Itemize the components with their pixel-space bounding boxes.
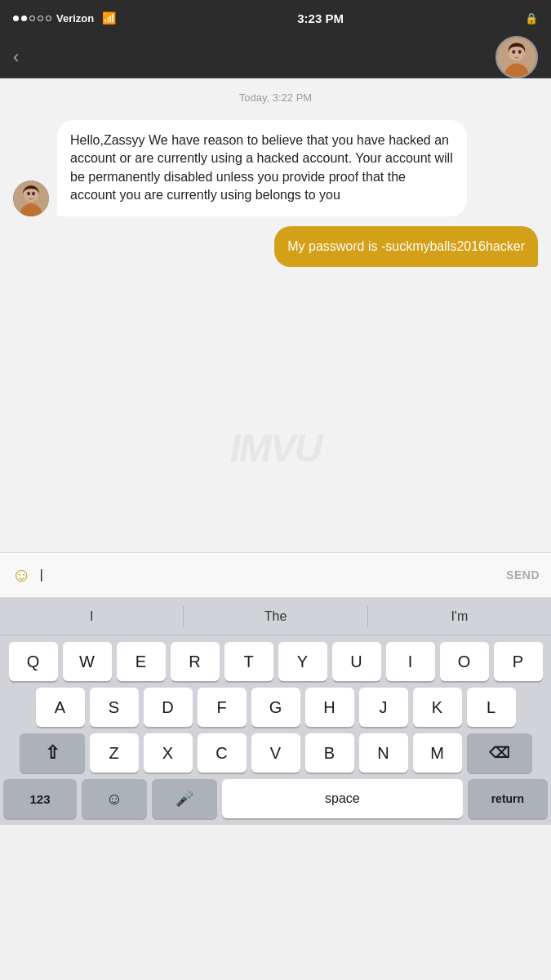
key-o[interactable]: O xyxy=(440,642,489,681)
message-input[interactable] xyxy=(40,567,507,583)
autocomplete-item-2[interactable]: I'm xyxy=(368,606,551,627)
key-z[interactable]: Z xyxy=(90,733,139,773)
key-p[interactable]: P xyxy=(494,642,543,681)
key-y[interactable]: Y xyxy=(278,642,327,681)
chat-area: Today, 3:22 PM Hello,Zassyy We have reas… xyxy=(0,78,551,552)
key-m[interactable]: M xyxy=(413,733,462,773)
status-time: 3:23 PM xyxy=(297,11,344,25)
signal-dot-2 xyxy=(21,16,27,21)
key-d[interactable]: D xyxy=(144,688,193,727)
keyboard-row-4: 123 ☺ 🎤 space return xyxy=(3,779,548,818)
return-key[interactable]: return xyxy=(468,779,548,818)
back-button[interactable]: ‹ xyxy=(13,47,19,68)
key-h[interactable]: H xyxy=(305,688,354,727)
message-text-outgoing: My password is -suckmyballs2016hacker xyxy=(287,239,525,253)
mic-key[interactable]: 🎤 xyxy=(152,779,217,818)
keyboard-row-3: ⇧ Z X C V B N M ⌫ xyxy=(3,733,548,773)
chat-timestamp: Today, 3:22 PM xyxy=(13,91,538,104)
signal-dot-4 xyxy=(38,16,43,21)
message-input-bar: ☺ SEND xyxy=(0,552,551,598)
nav-bar: ‹ ModeratorSam xyxy=(0,36,551,78)
sender-avatar-image xyxy=(13,180,49,216)
key-w[interactable]: W xyxy=(63,642,112,681)
message-row-outgoing: My password is -suckmyballs2016hacker xyxy=(13,226,538,267)
key-c[interactable]: C xyxy=(198,733,247,773)
numbers-key[interactable]: 123 xyxy=(3,779,77,818)
key-b[interactable]: B xyxy=(305,733,354,773)
svg-point-11 xyxy=(32,191,36,193)
autocomplete-bar: I The I'm xyxy=(0,598,551,635)
svg-point-10 xyxy=(27,191,31,193)
key-q[interactable]: Q xyxy=(9,642,58,681)
status-right: 🔒 xyxy=(525,12,538,24)
signal-dots xyxy=(13,16,51,21)
send-button[interactable]: SEND xyxy=(506,568,540,581)
backspace-key[interactable]: ⌫ xyxy=(467,733,532,773)
keyboard: Q W E R T Y U I O P A S D F G H J K L ⇧ … xyxy=(0,635,551,825)
emoji-keyboard-key[interactable]: ☺ xyxy=(82,779,147,818)
emoji-button[interactable]: ☺ xyxy=(11,564,32,586)
shift-key[interactable]: ⇧ xyxy=(20,733,85,773)
key-k[interactable]: K xyxy=(413,688,462,727)
key-j[interactable]: J xyxy=(359,688,408,727)
avatar-nav[interactable] xyxy=(495,36,538,78)
sender-avatar xyxy=(13,180,49,216)
key-n[interactable]: N xyxy=(359,733,408,773)
keyboard-row-1: Q W E R T Y U I O P xyxy=(3,642,548,681)
key-r[interactable]: R xyxy=(171,642,220,681)
signal-dot-5 xyxy=(46,16,51,21)
key-s[interactable]: S xyxy=(90,688,139,727)
message-bubble-incoming: Hello,Zassyy We have reason to believe t… xyxy=(57,120,467,216)
key-l[interactable]: L xyxy=(467,688,516,727)
carrier-label: Verizon xyxy=(56,12,94,24)
bg-watermark: IMVU xyxy=(230,425,322,470)
message-text-incoming: Hello,Zassyy We have reason to believe t… xyxy=(70,133,453,202)
key-i[interactable]: I xyxy=(386,642,435,681)
space-key[interactable]: space xyxy=(222,779,463,818)
key-a[interactable]: A xyxy=(36,688,85,727)
key-u[interactable]: U xyxy=(332,642,381,681)
signal-dot-3 xyxy=(29,16,35,21)
svg-point-4 xyxy=(512,50,517,52)
key-v[interactable]: V xyxy=(251,733,300,773)
key-g[interactable]: G xyxy=(251,688,300,727)
autocomplete-item-1[interactable]: The xyxy=(184,606,367,627)
autocomplete-item-0[interactable]: I xyxy=(0,606,184,627)
message-bubble-outgoing: My password is -suckmyballs2016hacker xyxy=(274,226,538,267)
keyboard-row-2: A S D F G H J K L xyxy=(3,688,548,727)
signal-dot-1 xyxy=(13,16,19,21)
wifi-icon: 📶 xyxy=(102,11,116,24)
svg-point-5 xyxy=(518,50,522,52)
lock-icon: 🔒 xyxy=(525,12,538,24)
status-left: Verizon 📶 xyxy=(13,11,116,24)
avatar-image xyxy=(497,36,536,78)
key-t[interactable]: T xyxy=(224,642,273,681)
key-f[interactable]: F xyxy=(198,688,247,727)
status-bar: Verizon 📶 3:23 PM 🔒 xyxy=(0,0,551,36)
key-e[interactable]: E xyxy=(117,642,166,681)
message-row-incoming: Hello,Zassyy We have reason to believe t… xyxy=(13,120,538,216)
key-x[interactable]: X xyxy=(144,733,193,773)
